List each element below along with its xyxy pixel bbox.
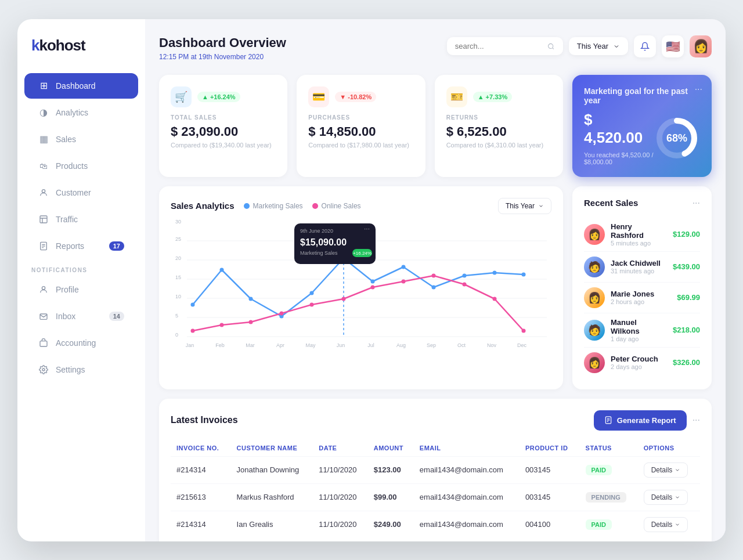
invoice-number: #214314 <box>171 456 231 483</box>
invoices-table: Invoice No. Customer Name Date Amount Em… <box>171 440 700 538</box>
middle-row: Sales Analytics Marketing Sales Online S… <box>159 186 712 389</box>
page-subtitle: 12:15 PM at 19th November 2020 <box>159 53 286 61</box>
sidebar-item-sales[interactable]: ▦ Sales <box>24 127 138 152</box>
table-row: #215613 Markus Rashford 11/10/2020 $99.0… <box>171 483 700 511</box>
svg-point-6 <box>42 286 45 289</box>
sidebar-item-inbox[interactable]: Inbox 14 <box>24 304 138 329</box>
svg-point-35 <box>432 285 436 289</box>
dashboard-icon: ⊞ <box>38 81 49 91</box>
sidebar-item-label: Products <box>56 161 88 171</box>
invoice-number: #215613 <box>171 483 231 511</box>
customer-icon <box>38 187 49 198</box>
chart-year-filter[interactable]: This Year <box>498 198 551 214</box>
svg-text:Aug: Aug <box>396 342 406 348</box>
invoice-options: Details <box>638 456 700 483</box>
total-sales-value: $ 23,090.00 <box>171 124 276 139</box>
svg-point-44 <box>310 302 314 306</box>
svg-text:30: 30 <box>175 219 181 225</box>
sidebar-item-settings[interactable]: Settings <box>24 357 138 382</box>
header-left: Dashboard Overview 12:15 PM at 19th Nove… <box>159 35 286 61</box>
svg-text:9th June 2020: 9th June 2020 <box>300 228 333 234</box>
svg-text:15: 15 <box>175 274 181 280</box>
purchases-icon: 💳 <box>308 86 329 107</box>
sidebar-item-analytics[interactable]: ◑ Analytics <box>24 100 138 125</box>
svg-text:Apr: Apr <box>276 342 284 348</box>
user-avatar[interactable]: 👩 <box>690 35 712 57</box>
traffic-icon <box>38 214 49 225</box>
col-options: Options <box>638 440 700 457</box>
details-button[interactable]: Details <box>644 490 688 505</box>
svg-point-28 <box>220 268 224 272</box>
chevron-down-icon <box>675 467 680 473</box>
svg-point-43 <box>280 311 284 315</box>
svg-point-31 <box>310 291 314 295</box>
sale-item: 👩 Henry Rashford 5 minutes ago $129.00 <box>584 218 700 252</box>
invoice-status: PENDING <box>580 483 638 511</box>
sidebar-item-traffic[interactable]: Traffic <box>24 207 138 232</box>
year-filter-label: This Year <box>577 42 608 50</box>
chevron-down-icon <box>675 522 680 528</box>
sidebar-item-accounting[interactable]: Accounting <box>24 330 138 356</box>
details-button[interactable]: Details <box>644 463 688 478</box>
sale-avatar: 🧑 <box>584 256 605 277</box>
table-row: #214314 Jonathan Downing 11/10/2020 $123… <box>171 456 700 483</box>
legend-dot-marketing <box>244 203 250 209</box>
flag-button[interactable]: 🇺🇸 <box>662 35 684 57</box>
analytics-icon: ◑ <box>38 107 49 118</box>
sidebar-item-label: Traffic <box>56 215 78 224</box>
donut-chart: 68% <box>654 115 700 161</box>
invoice-product-id: 003145 <box>520 456 580 483</box>
svg-text:Jan: Jan <box>186 342 194 348</box>
sidebar: kkohost ⊞ Dashboard ◑ Analytics ▦ Sales … <box>17 19 145 541</box>
chart-card: Sales Analytics Marketing Sales Online S… <box>159 186 563 389</box>
search-input[interactable] <box>455 42 543 50</box>
svg-text:+16.24%: +16.24% <box>353 251 372 256</box>
svg-point-50 <box>493 297 497 301</box>
sidebar-item-label: Profile <box>56 285 79 294</box>
svg-point-41 <box>220 323 224 327</box>
details-button[interactable]: Details <box>644 517 688 532</box>
invoices-more[interactable]: ··· <box>692 415 700 425</box>
sidebar-item-reports[interactable]: Reports 17 <box>24 233 138 259</box>
sale-avatar: 👩 <box>584 224 605 245</box>
inbox-badge: 14 <box>109 312 124 321</box>
invoices-title: Latest Invoices <box>171 415 238 425</box>
generate-report-button[interactable]: Generate Report <box>594 410 687 431</box>
svg-point-37 <box>493 270 497 274</box>
col-date: Date <box>313 440 367 457</box>
svg-point-49 <box>463 282 467 286</box>
search-bar[interactable] <box>447 37 563 55</box>
sale-item: 🧑 Manuel Wilkons 1 day ago $218.00 <box>584 313 700 348</box>
recent-sales-more[interactable]: ··· <box>692 198 700 208</box>
svg-point-48 <box>432 273 436 277</box>
svg-point-27 <box>191 302 195 306</box>
svg-point-47 <box>402 279 406 283</box>
search-icon <box>547 42 554 50</box>
col-status: Status <box>580 440 638 457</box>
col-customer: Customer Name <box>231 440 313 457</box>
stat-card-purchases: 💳 ▼-10.82% PURCHASES $ 14,850.00 Compare… <box>297 75 425 177</box>
year-filter-dropdown[interactable]: This Year <box>569 37 628 55</box>
total-sales-label: TOTAL SALES <box>171 114 276 121</box>
legend-dot-online <box>312 203 318 209</box>
purchases-value: $ 14,850.00 <box>308 124 413 139</box>
sidebar-item-label: Inbox <box>56 312 75 321</box>
notifications-button[interactable] <box>634 35 656 57</box>
sidebar-item-label: Customer <box>56 188 91 197</box>
sale-info: Manuel Wilkons 1 day ago <box>611 318 667 342</box>
sale-avatar: 👩 <box>584 287 605 308</box>
sidebar-item-dashboard[interactable]: ⊞ Dashboard <box>24 73 138 99</box>
legend-online: Online Sales <box>312 202 361 210</box>
document-icon <box>604 416 612 424</box>
sidebar-item-customer[interactable]: Customer <box>24 180 138 205</box>
svg-text:Jun: Jun <box>337 342 345 348</box>
svg-text:25: 25 <box>175 236 181 242</box>
purchases-label: PURCHASES <box>308 114 413 121</box>
invoice-number: #214314 <box>171 511 231 538</box>
sidebar-item-profile[interactable]: Profile <box>24 277 138 302</box>
sale-avatar: 👩 <box>584 352 605 373</box>
header: Dashboard Overview 12:15 PM at 19th Nove… <box>159 35 712 61</box>
invoice-options: Details <box>638 511 700 538</box>
sidebar-item-products[interactable]: 🛍 Products <box>24 153 138 179</box>
svg-point-40 <box>191 328 195 333</box>
